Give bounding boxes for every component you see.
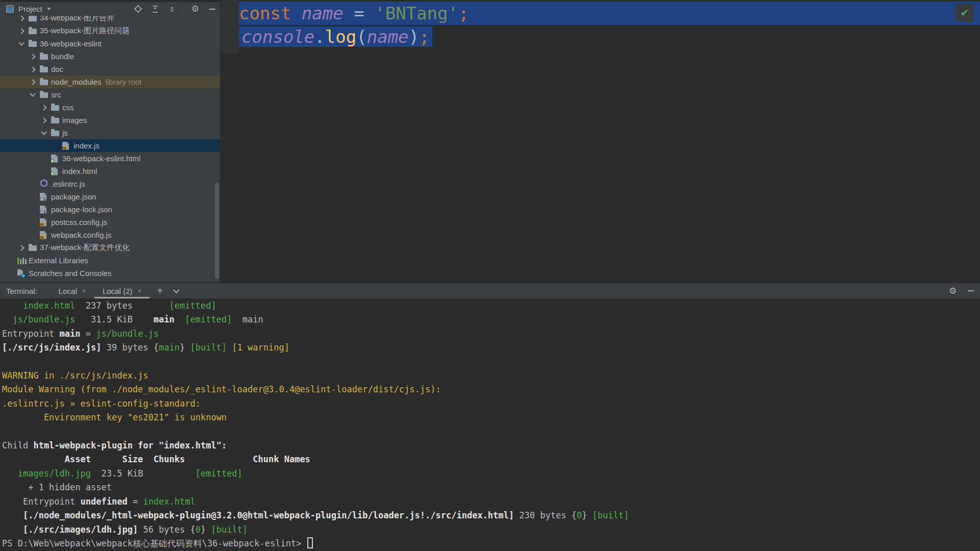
tree-item-src[interactable]: src bbox=[0, 88, 220, 101]
code-token bbox=[344, 3, 354, 23]
tree-item-label: js bbox=[62, 129, 68, 137]
code-token: ; bbox=[458, 3, 469, 23]
scratches-icon bbox=[17, 269, 25, 277]
tree-item-images[interactable]: images bbox=[0, 114, 220, 127]
chevron-down-icon[interactable] bbox=[40, 132, 51, 134]
code-token: . bbox=[314, 27, 325, 47]
terminal-line: PS D:\Web\webpack\webpack核心基础代码资料\36-web… bbox=[2, 537, 980, 550]
folder-icon bbox=[29, 29, 37, 34]
new-terminal-button[interactable]: + bbox=[157, 286, 163, 296]
tree-item-js[interactable]: js bbox=[0, 127, 220, 139]
terminal-settings-gear-icon[interactable]: ⚙ bbox=[948, 287, 957, 295]
folder-icon bbox=[51, 105, 59, 111]
tree-item-label: 37-webpack-配置文件优化 bbox=[40, 243, 130, 253]
tree-item-Scratches-and-Consoles[interactable]: Scratches and Consoles bbox=[0, 267, 220, 280]
tree-item-doc[interactable]: doc bbox=[0, 63, 220, 76]
js-file-icon: JS bbox=[62, 142, 69, 150]
inspections-ok-indicator[interactable]: ✔ bbox=[955, 4, 974, 22]
tree-item-35-webpack--[interactable]: 35-webpack-图片路径问题 bbox=[0, 24, 220, 37]
tree-item-package.json[interactable]: {..}package.json bbox=[0, 190, 220, 203]
editor-gutter bbox=[221, 0, 239, 54]
check-icon: ✔ bbox=[961, 7, 969, 19]
tree-item-index.js[interactable]: JSindex.js bbox=[0, 139, 220, 152]
js-file-icon: JS bbox=[40, 218, 46, 227]
tree-item-label: 35-webpack-图片路径问题 bbox=[40, 26, 130, 36]
libraries-icon bbox=[17, 257, 27, 264]
tree-item-.eslintrc.js[interactable]: .eslintrc.js bbox=[0, 178, 220, 190]
collapse-all-icon[interactable] bbox=[167, 5, 176, 13]
terminal-label: Terminal: bbox=[6, 287, 37, 295]
chevron-right-icon[interactable] bbox=[17, 29, 29, 33]
hide-terminal-icon[interactable] bbox=[966, 287, 975, 295]
settings-gear-icon[interactable]: ⚙ bbox=[191, 5, 200, 13]
chevron-right-icon[interactable] bbox=[17, 246, 29, 250]
expand-all-icon[interactable] bbox=[151, 5, 159, 13]
tree-item-node_modules[interactable]: node_moduleslibrary root bbox=[0, 76, 220, 88]
tree-item-External-Libraries[interactable]: External Libraries bbox=[0, 254, 220, 267]
tree-item-css[interactable]: css bbox=[0, 101, 220, 114]
tab-local-2[interactable]: Local (2) × bbox=[94, 283, 150, 298]
terminal-tab-bar: Terminal: Local × Local (2) × + ⚙ bbox=[0, 283, 980, 298]
js-file-icon: JS bbox=[40, 231, 46, 239]
tree-item-label: package.json bbox=[51, 192, 96, 201]
close-icon[interactable]: × bbox=[137, 287, 141, 295]
tree-item-label: css bbox=[62, 103, 74, 112]
chevron-right-icon[interactable] bbox=[40, 106, 51, 110]
folder-icon bbox=[51, 131, 59, 136]
tree-item-label: .eslintrc.js bbox=[51, 180, 85, 188]
code-editor[interactable]: const name = 'BNTang';console.log(name);… bbox=[221, 0, 980, 282]
tree-item-label: External Libraries bbox=[29, 256, 88, 265]
project-tool-window: Project bbox=[0, 0, 220, 282]
code-token: name bbox=[367, 27, 409, 47]
tree-item-36-webpack-eslint.html[interactable]: H36-webpack-eslint.html bbox=[0, 152, 220, 165]
tree-item-34-webpack--[interactable]: 34-webpack-图片合并 bbox=[0, 15, 220, 24]
chevron-down-icon[interactable] bbox=[29, 93, 40, 96]
terminal-line: index.html 237 bytes [emitted] bbox=[2, 299, 980, 313]
chevron-right-icon[interactable] bbox=[29, 55, 40, 59]
folder-icon bbox=[29, 41, 37, 47]
tree-item-bundle[interactable]: bundle bbox=[0, 50, 220, 63]
tree-item-postcss.config.js[interactable]: JSpostcss.config.js bbox=[0, 216, 220, 229]
tree-item-label: bundle bbox=[51, 52, 74, 61]
chevron-right-icon[interactable] bbox=[29, 67, 40, 71]
code-token: = bbox=[354, 3, 364, 23]
chevron-right-icon[interactable] bbox=[29, 80, 40, 84]
tree-item-label: 36-webpack-eslint.html bbox=[62, 154, 140, 163]
tree-item-37-webpack--[interactable]: 37-webpack-配置文件优化 bbox=[0, 241, 220, 254]
hide-panel-icon[interactable] bbox=[208, 5, 216, 13]
tree-item-label: index.html bbox=[62, 167, 97, 176]
chevron-down-icon[interactable] bbox=[47, 8, 51, 10]
terminal-line: [./node_modules/_html-webpack-plugin@3.2… bbox=[2, 509, 980, 522]
chevron-right-icon[interactable] bbox=[40, 118, 51, 122]
tree-item-package-lock.json[interactable]: {..}package-lock.json bbox=[0, 203, 220, 216]
project-tool-icon bbox=[6, 5, 14, 13]
locate-icon[interactable] bbox=[134, 5, 142, 13]
tree-item-label: doc bbox=[51, 65, 63, 73]
json-file-icon: {..} bbox=[40, 206, 46, 214]
folder-icon bbox=[40, 92, 48, 98]
terminal-line: Module Warning (from ./node_modules/_esl… bbox=[2, 383, 980, 396]
folder-icon bbox=[29, 16, 37, 21]
terminal-output[interactable]: index.html 237 bytes [emitted] js/bundle… bbox=[0, 298, 980, 551]
tree-item-index.html[interactable]: Hindex.html bbox=[0, 165, 220, 178]
tree-item-label: Scratches and Consoles bbox=[29, 269, 112, 278]
tree-item-webpack.config.js[interactable]: JSwebpack.config.js bbox=[0, 229, 220, 241]
close-icon[interactable]: × bbox=[82, 287, 86, 295]
code-line: const name = 'BNTang'; bbox=[239, 2, 980, 25]
terminal-line: Asset Size Chunks Chunk Names bbox=[2, 453, 980, 466]
tree-item-36-webpack-eslint[interactable]: 36-webpack-eslint bbox=[0, 37, 220, 50]
tree-item-suffix: library root bbox=[105, 78, 141, 86]
chevron-down-icon[interactable] bbox=[173, 287, 180, 293]
folder-icon bbox=[40, 80, 48, 85]
project-panel-title[interactable]: Project bbox=[18, 5, 42, 13]
chevron-down-icon[interactable] bbox=[17, 42, 29, 45]
folder-icon bbox=[40, 54, 48, 60]
tab-local[interactable]: Local × bbox=[51, 283, 94, 298]
code-token: console bbox=[241, 27, 314, 47]
toolbar-separator bbox=[182, 5, 183, 13]
tree-item-label: package-lock.json bbox=[51, 205, 112, 214]
code-line: console.log(name); bbox=[239, 25, 980, 48]
chevron-right-icon[interactable] bbox=[17, 16, 29, 20]
tree-scrollbar[interactable] bbox=[215, 183, 219, 279]
folder-icon bbox=[40, 67, 48, 72]
